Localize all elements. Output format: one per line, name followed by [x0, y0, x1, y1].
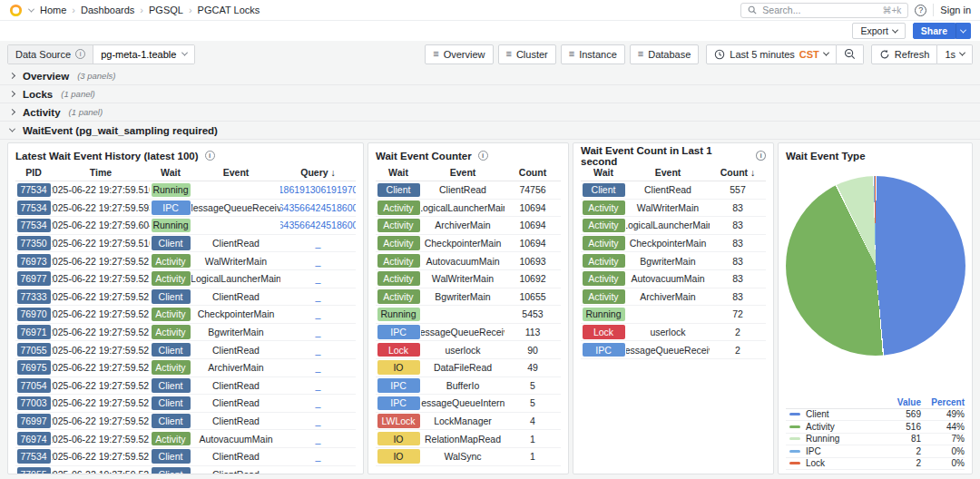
wait-badge: Activity	[152, 271, 191, 286]
query-link[interactable]: _	[316, 345, 321, 356]
view-button-database[interactable]: Database	[630, 44, 700, 64]
time-cell: 2025-06-22 19:27:59.521	[52, 270, 150, 288]
view-button-cluster[interactable]: Cluster	[498, 44, 556, 64]
event-cell: ClientRead	[191, 377, 280, 396]
query-link[interactable]: _	[316, 397, 321, 408]
info-icon[interactable]	[205, 151, 215, 161]
info-icon[interactable]	[75, 49, 85, 59]
breadcrumb-item[interactable]: Home	[40, 5, 66, 15]
info-icon[interactable]	[478, 151, 488, 161]
pie-chart[interactable]	[786, 176, 965, 356]
column-header[interactable]: Wait	[581, 163, 626, 181]
time-cell: 2025-06-22 19:27:59.593	[52, 200, 150, 218]
column-header[interactable]: Time	[52, 163, 150, 181]
grafana-logo-icon[interactable]	[9, 4, 23, 17]
section-row-activity[interactable]: Activity(1 panel)	[0, 103, 980, 122]
count-cell: 5	[505, 377, 561, 396]
panel-title[interactable]: Latest Wait Event History (latest 100)	[15, 151, 199, 161]
column-header[interactable]: Count	[505, 163, 561, 181]
breadcrumb-item[interactable]: Dashboards	[81, 5, 134, 15]
pid-cell: 76971	[15, 324, 52, 342]
event-cell	[191, 217, 280, 235]
column-header[interactable]: Wait	[150, 163, 191, 181]
chevron-down-icon	[960, 26, 966, 33]
query-link[interactable]: _	[316, 327, 321, 337]
legend-percent: 0%	[921, 446, 965, 456]
wait-cell: IPC	[581, 341, 626, 359]
query-link[interactable]: _	[316, 415, 321, 426]
wait-cell: Activity	[150, 306, 191, 324]
wait-cell: Client	[150, 341, 191, 359]
legend-label[interactable]: Running	[806, 434, 883, 444]
query-link[interactable]: 8164356642451860000	[280, 202, 356, 213]
legend-label[interactable]: IPC	[806, 446, 883, 456]
event-cell: MessageQueueReceive	[626, 341, 710, 359]
count-cell: 49	[505, 359, 561, 377]
count-cell: 83	[710, 235, 766, 253]
refresh-interval-select[interactable]: 1s	[937, 44, 973, 64]
share-button[interactable]: Share	[913, 23, 956, 39]
wait-badge: Client	[152, 414, 191, 428]
query-link[interactable]: _	[316, 256, 321, 267]
time-range-picker[interactable]: Last 5 minutes CST	[706, 44, 837, 64]
column-header[interactable]: Event	[421, 163, 505, 181]
column-header[interactable]: Count ↓	[710, 163, 766, 181]
legend-label[interactable]: Activity	[806, 422, 883, 432]
event-cell: ClientRead	[191, 288, 280, 307]
org-switcher-chevron-icon[interactable]	[28, 5, 34, 12]
wait-badge: Client	[583, 183, 625, 198]
menu-icon	[638, 49, 643, 59]
legend-value-header[interactable]: Value	[883, 397, 921, 407]
legend-label[interactable]: Client	[806, 409, 883, 419]
panel-title[interactable]: Wait Event Type	[786, 151, 866, 161]
legend-label[interactable]: Lock	[806, 458, 883, 468]
event-cell: userlock	[421, 341, 505, 359]
view-button-overview[interactable]: Overview	[425, 44, 493, 64]
table-row: Lockuserlock2	[581, 324, 766, 342]
query-link[interactable]: _	[316, 469, 321, 474]
zoom-out-button[interactable]	[837, 44, 864, 64]
query-link[interactable]: _	[316, 434, 321, 445]
breadcrumb-item[interactable]: PGSQL	[149, 5, 183, 15]
query-link[interactable]: _	[316, 451, 321, 462]
column-header[interactable]: PID	[15, 163, 52, 181]
refresh-button[interactable]: Refresh	[871, 44, 938, 64]
query-link[interactable]: _	[316, 238, 321, 249]
export-button[interactable]: Export	[852, 23, 905, 39]
column-header[interactable]: Event	[191, 163, 280, 181]
search-input[interactable]: Search... ⌘+k	[740, 3, 908, 18]
query-link[interactable]: _	[316, 308, 321, 319]
query-link[interactable]: _	[316, 380, 321, 391]
panel-title[interactable]: Wait Event Counter	[376, 151, 472, 161]
view-button-instance[interactable]: Instance	[561, 44, 625, 64]
legend-percent: 44%	[921, 422, 965, 432]
event-cell: MessageQueueReceive	[421, 324, 505, 342]
sign-in-button[interactable]: Sign in	[940, 5, 971, 15]
help-icon[interactable]	[915, 5, 926, 16]
table-row: ActivityCheckpointerMain10694	[376, 235, 561, 253]
chevron-down-icon	[181, 50, 188, 56]
column-header[interactable]: Event	[626, 163, 710, 181]
info-icon[interactable]	[756, 151, 766, 161]
column-header[interactable]: Query ↓	[280, 163, 356, 181]
query-link[interactable]: 8618619130619197000	[280, 184, 356, 195]
table-row: LWLockLockManager4	[376, 413, 561, 431]
event-cell: ClientRead	[421, 181, 505, 200]
section-row-waitevent[interactable]: WaitEvent (pg_wait_sampling required)	[0, 122, 980, 140]
query-link[interactable]: _	[316, 291, 321, 302]
share-dropdown-button[interactable]	[956, 23, 971, 39]
query-link[interactable]: 8164356642451860000	[280, 220, 356, 230]
section-row-locks[interactable]: Locks(1 panel)	[0, 85, 980, 103]
datasource-select[interactable]: pg-meta-1.teable	[93, 45, 194, 64]
pid-badge: 76971	[17, 325, 51, 339]
legend-percent-header[interactable]: Percent	[921, 397, 965, 407]
column-header[interactable]: Wait	[376, 163, 421, 181]
event-cell: ClientRead	[191, 235, 280, 253]
counter-table-header: WaitEventCount	[376, 163, 561, 181]
wait-cell: Client	[150, 235, 191, 253]
section-row-overview[interactable]: Overview(3 panels)	[0, 67, 980, 85]
query-link[interactable]: _	[316, 362, 321, 373]
query-link[interactable]: _	[316, 273, 321, 284]
table-row: 770552025-06-22 19:27:59.521ClientClient…	[15, 466, 356, 474]
breadcrumb-item[interactable]: PGCAT Locks	[198, 5, 260, 15]
